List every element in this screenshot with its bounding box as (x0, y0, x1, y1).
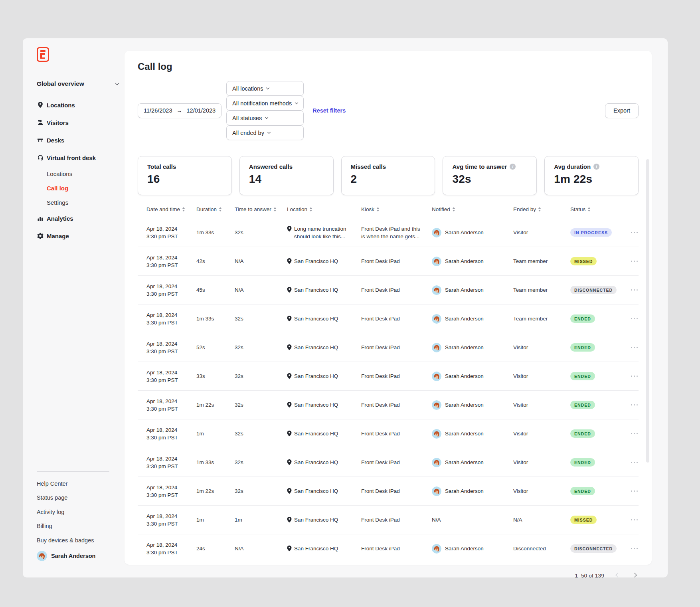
row-menu-button[interactable] (630, 402, 639, 408)
cell-duration: 1m 22s (196, 488, 235, 494)
location-pin-icon (37, 102, 44, 109)
cell-date: Apr 18, 2024 (146, 397, 191, 405)
cell-time: 3:30 pm PST (146, 319, 191, 326)
table-row[interactable]: Apr 18, 2024 3:30 pm PST 52s 32s San Fra… (138, 333, 639, 362)
column-header-notified[interactable]: Notified (432, 206, 513, 212)
date-start: 11/26/2023 (144, 107, 172, 114)
column-header-duration[interactable]: Duration (196, 206, 235, 212)
cell-duration: 45s (196, 287, 235, 293)
envoy-logo-icon[interactable] (37, 47, 49, 62)
stat-value: 1m 22s (554, 173, 629, 186)
chevron-right-icon (632, 573, 637, 577)
sidebar-item-locations[interactable]: Locations (37, 166, 121, 181)
date-range-filter[interactable]: 11/26/2023 → 12/01/2023 (138, 103, 221, 118)
cell-location: San Francisco HQ (294, 545, 338, 552)
stat-value: 16 (147, 173, 222, 186)
row-menu-button[interactable] (630, 517, 639, 523)
row-menu-button[interactable] (630, 546, 639, 552)
filter-all-locations[interactable]: All locations (226, 81, 304, 96)
cell-ended-by: Visitor (513, 229, 570, 235)
table-row[interactable]: Apr 18, 2024 3:30 pm PST 33s 32s San Fra… (138, 362, 639, 391)
sidebar-footer-link[interactable]: Status page (37, 491, 109, 505)
row-menu-button[interactable] (630, 488, 639, 494)
user-menu[interactable]: Sarah Anderson (37, 551, 109, 561)
desk-icon (37, 137, 44, 144)
row-menu-button[interactable] (630, 229, 639, 236)
row-menu-button[interactable] (630, 287, 639, 293)
sidebar-item-analytics[interactable]: Analytics (37, 210, 121, 227)
column-header-time-to-answer[interactable]: Time to answer (235, 206, 287, 212)
row-menu-button[interactable] (630, 316, 639, 322)
filter-all-notification-methods[interactable]: All notification methods (226, 96, 304, 111)
row-menu-button[interactable] (630, 459, 639, 466)
stat-label: Answered calls (249, 163, 293, 170)
column-header-kiosk[interactable]: Kiosk (361, 206, 432, 212)
pagination-next-button[interactable] (631, 573, 638, 578)
sidebar-item-desks[interactable]: Desks (37, 131, 121, 149)
status-badge: ENDED (570, 372, 595, 380)
sidebar-footer-link[interactable]: Buy devices & badges (37, 533, 109, 548)
cell-location: San Francisco HQ (294, 286, 338, 294)
cell-time-to-answer: 32s (235, 373, 287, 379)
arrow-right-icon: → (176, 107, 183, 114)
table-row[interactable]: Apr 18, 2024 3:30 pm PST 45s N/A San Fra… (138, 276, 639, 304)
stat-card: Avg time to answer i 32s (443, 156, 537, 195)
stat-value: 32s (452, 173, 527, 186)
cell-kiosk: Front Desk iPad (361, 344, 400, 351)
row-menu-button[interactable] (630, 344, 639, 351)
row-menu-button[interactable] (630, 431, 639, 437)
column-header-ended-by[interactable]: Ended by (513, 206, 570, 212)
sidebar-footer-link[interactable]: Billing (37, 519, 109, 534)
workspace-switcher[interactable]: Global overview (37, 80, 119, 87)
reset-filters-link[interactable]: Reset filters (312, 107, 346, 114)
table-row[interactable]: Apr 18, 2024 3:30 pm PST 1m 33s 32s San … (138, 448, 639, 477)
cell-date: Apr 18, 2024 (146, 512, 191, 520)
row-menu-button[interactable] (630, 258, 639, 265)
chevron-down-icon (266, 86, 269, 89)
cell-time-to-answer: 1m (235, 517, 287, 523)
pagination-prev-button[interactable] (615, 573, 621, 578)
table-row[interactable]: Apr 18, 2024 3:30 pm PST 24s N/A San Fra… (138, 534, 639, 563)
pagination: 1–50 of 139 (138, 573, 639, 579)
status-badge: MISSED (570, 516, 597, 524)
column-header-date-and-time[interactable]: Date and time (138, 206, 196, 212)
status-badge: ENDED (570, 314, 595, 323)
info-icon[interactable]: i (593, 164, 599, 170)
info-icon[interactable]: i (510, 164, 516, 170)
workspace-label: Global overview (37, 80, 84, 87)
row-menu-button[interactable] (630, 373, 639, 380)
sidebar-footer-link[interactable]: Activity log (37, 505, 109, 519)
table-row[interactable]: Apr 18, 2024 3:30 pm PST 1m 33s 32s Long… (138, 218, 639, 247)
filter-all-ended-by[interactable]: All ended by (226, 125, 304, 140)
sidebar-item-settings[interactable]: Settings (37, 195, 121, 210)
filter-all-statuses[interactable]: All statuses (226, 111, 304, 125)
table-row[interactable]: Apr 18, 2024 3:30 pm PST 1m 22s 32s San … (138, 477, 639, 506)
cell-time: 3:30 pm PST (146, 376, 191, 384)
export-button[interactable]: Export (605, 103, 639, 118)
cell-location: San Francisco HQ (294, 516, 338, 524)
date-end: 12/01/2023 (187, 107, 216, 114)
cell-time: 3:30 pm PST (146, 491, 191, 499)
status-badge: MISSED (570, 257, 597, 265)
sidebar-item-locations[interactable]: Locations (37, 96, 121, 114)
table-row[interactable]: Apr 18, 2024 3:30 pm PST 42s N/A San Fra… (138, 247, 639, 276)
sidebar-item-visitors[interactable]: Visitors (37, 114, 121, 131)
table-row[interactable]: Apr 18, 2024 3:30 pm PST 1m 22s 32s San … (138, 391, 639, 419)
table-scrollbar[interactable] (646, 159, 649, 463)
cell-time: 3:30 pm PST (146, 549, 191, 556)
cell-time: 3:30 pm PST (146, 520, 191, 528)
table-row[interactable]: Apr 18, 2024 3:30 pm PST 1m 32s San Fran… (138, 419, 639, 448)
sidebar-item-virtual-front-desk[interactable]: Virtual front desk (37, 149, 121, 166)
column-header-location[interactable]: Location (287, 206, 361, 212)
table-row[interactable]: Apr 18, 2024 3:30 pm PST 1m 33s 32s San … (138, 304, 639, 333)
cell-location: San Francisco HQ (294, 315, 338, 322)
sidebar-footer-link[interactable]: Help Center (37, 477, 109, 491)
sidebar-item-call-log[interactable]: Call log (37, 181, 121, 195)
table-row[interactable]: Apr 18, 2024 3:30 pm PST 1m 1m San Franc… (138, 506, 639, 534)
location-pin-icon (287, 226, 292, 232)
sidebar-item-manage[interactable]: Manage (37, 227, 121, 245)
column-header-status[interactable]: Status (570, 206, 627, 212)
cell-date: Apr 18, 2024 (146, 254, 191, 261)
cell-ended-by: Disconnected (513, 546, 570, 552)
cell-kiosk: Front Desk iPad (361, 315, 400, 322)
